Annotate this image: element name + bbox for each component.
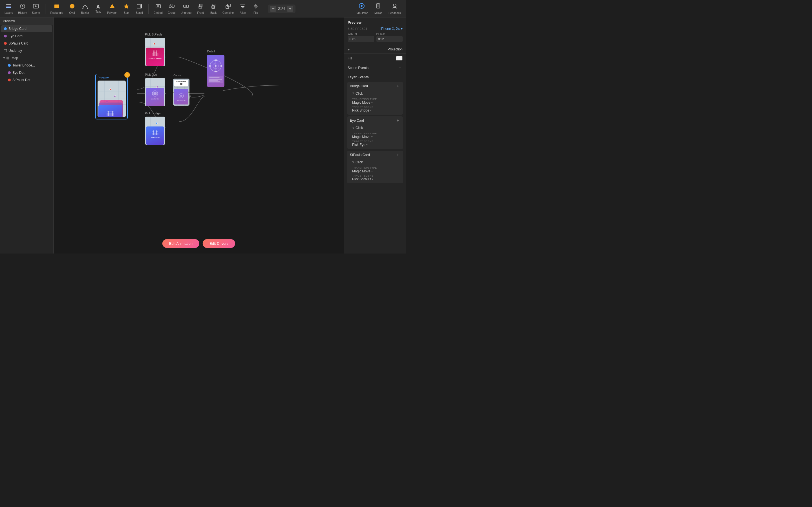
eye-card-dot [4,35,7,38]
group-button[interactable]: Group [165,2,178,15]
sidebar-item-eye-dot[interactable]: Eye Dot [1,69,52,76]
combine-button[interactable]: Combine [220,2,236,15]
underlay-label: Underlay [8,49,22,53]
canvas[interactable]: Preview ⚡ [54,17,344,253]
history-icon [19,3,26,10]
bridge-card-add-btn[interactable]: + [395,83,400,89]
polygon-button[interactable]: Polygon [105,2,119,15]
svg-rect-35 [377,4,379,7]
eye-card-label: Eye Card [8,34,22,38]
stpauls-dot-label: StPauls Dot [12,78,30,82]
left-sidebar: Preview Bridge Card Eye Card StPauls Car… [0,17,54,253]
pick-stpauls-card[interactable]: Pick StPauls [144,32,166,67]
svg-point-7 [70,4,74,8]
svg-rect-20 [186,5,189,7]
history-button[interactable]: History [16,2,29,15]
sidebar-item-tower-bridge[interactable]: Tower Bridge... [1,62,52,69]
stpauls-dot-dot [8,78,11,81]
stpauls-target-scene-value[interactable]: Pick StPauls ▾ [352,177,400,181]
embed-button[interactable]: Embed [151,2,165,15]
bridge-card-layer-event: Bridge Card + ⇅ Click TRANSITION TYPE Ma… [347,82,403,115]
sidebar-map-folder[interactable]: ▼ Map [0,54,53,62]
flip-button[interactable]: Flip [250,2,262,15]
align-button[interactable]: Align [237,2,249,15]
svg-rect-15 [157,5,159,7]
star-icon [123,3,130,10]
mirror-button[interactable]: Mirror [371,2,385,16]
sidebar-item-underlay[interactable]: Underlay [1,47,52,54]
lightning-badge: ⚡ [124,72,130,78]
svg-rect-86 [214,59,217,61]
zoom-minus-button[interactable]: − [270,6,276,12]
scene-events-row: Scene Events + [344,63,406,73]
text-button[interactable]: A Text [92,3,104,14]
svg-marker-33 [361,5,363,7]
svg-rect-26 [227,4,231,7]
toolbar-shapes-group: Rectangle Oval Bezier A Text Polygon [48,2,146,15]
detail-label: Detail [207,50,224,53]
separator-1 [45,4,45,14]
edit-animation-button[interactable]: Edit Animation [162,239,199,248]
pick-bridge-card[interactable]: Pick Bridge [144,110,166,146]
stpauls-card-dot [4,42,7,45]
bezier-button[interactable]: Bezier [79,2,91,15]
svg-point-37 [393,4,396,7]
stpauls-card-trigger[interactable]: ⇅ Click [352,160,400,164]
size-preset-value: iPhone X, Xs [380,27,400,31]
oval-button[interactable]: Oval [66,2,79,15]
sidebar-item-bridge-card[interactable]: Bridge Card [1,25,52,32]
sidebar-item-eye-card[interactable]: Eye Card [1,33,52,40]
sidebar-item-stpauls-card[interactable]: StPauls Card [1,40,52,47]
eye-target-scene-value[interactable]: Pick Eye ▾ [352,143,400,147]
eye-card-add-btn[interactable]: + [395,118,400,123]
size-preset-dropdown[interactable]: iPhone X, Xs ▾ [380,27,403,31]
projection-label: Projection [388,47,403,51]
front-button[interactable]: Front [194,2,207,15]
simulator-button[interactable]: Simulator [353,2,370,16]
align-icon [240,3,246,10]
stpauls-target-arrow: ▾ [372,178,373,180]
bridge-target-text: Pick Bridge [352,108,369,112]
feedback-button[interactable]: Feedback [386,2,404,16]
preview-scene-card[interactable]: Preview ⚡ [95,74,128,119]
stpauls-transition-type-label: TRANSITION TYPE [352,166,400,169]
detail-card[interactable]: Detail [206,48,225,88]
updown-icon: ⇅ [352,92,354,95]
fill-swatch[interactable] [396,56,403,61]
bottom-bar: Edit Animation Edit Drivers [162,239,235,248]
projection-row[interactable]: ▶ Projection [344,45,406,54]
pick-eye-card[interactable]: Pick Eye London Eye [144,72,166,107]
star-button[interactable]: Star [120,2,133,15]
scroll-button[interactable]: Scroll [133,2,146,15]
eye-dot-dot [8,71,11,74]
ungroup-button[interactable]: Ungroup [179,2,194,15]
scene-label: Scene [32,11,40,14]
layers-button[interactable]: Layers [2,2,15,15]
chevron-down-icon: ▼ [3,57,5,59]
zoom-card[interactable]: Zoom London Eye [172,72,191,107]
ungroup-label: Ungroup [181,11,192,14]
bezier-label: Bezier [81,11,89,14]
eye-card-transition: TRANSITION TYPE Magic Move ▾ TARGET SCEN… [347,131,403,149]
scene-button[interactable]: Scene [30,2,42,15]
back-button[interactable]: Back [207,2,220,15]
text-icon: A [96,4,100,9]
eye-transition-type-value[interactable]: Magic Move ▾ [352,135,400,139]
zoom-plus-button[interactable]: + [287,6,293,12]
edit-drivers-button[interactable]: Edit Drivers [203,239,235,248]
scene-events-add-button[interactable]: + [398,65,403,70]
map-folder-icon [6,57,9,59]
svg-marker-30 [254,4,258,6]
sidebar-item-stpauls-dot[interactable]: StPauls Dot [1,76,52,83]
stpauls-card-add-btn[interactable]: + [395,152,400,158]
bridge-transition-type-value[interactable]: Magic Move ▾ [352,101,400,105]
stpauls-transition-type-value[interactable]: Magic Move ▾ [352,169,400,173]
bridge-card-trigger[interactable]: ⇅ Click [352,92,400,96]
svg-rect-45 [107,113,114,116]
front-icon [197,3,204,10]
bridge-target-scene-value[interactable]: Pick Bridge ▾ [352,108,400,112]
eye-card-trigger[interactable]: ⇅ Click [352,126,400,130]
panel-preview-title: Preview [348,20,403,24]
bridge-transition-type-label: TRANSITION TYPE [352,98,400,101]
rectangle-button[interactable]: Rectangle [48,2,65,15]
